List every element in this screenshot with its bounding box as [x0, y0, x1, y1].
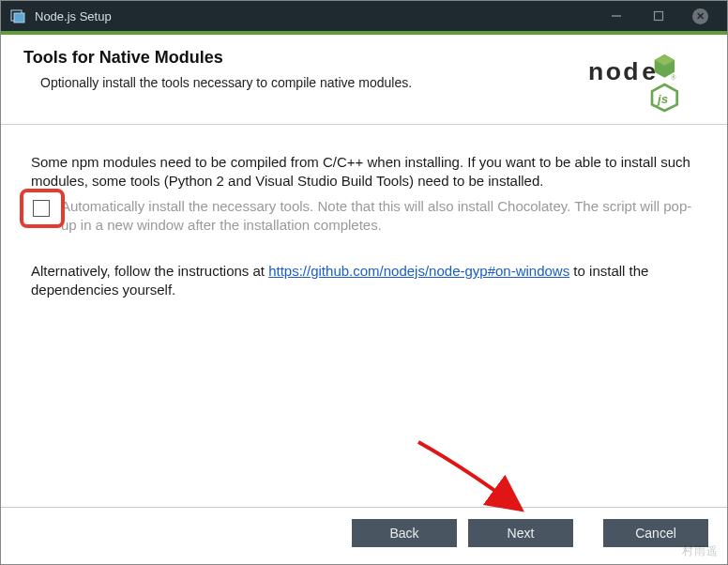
maximize-button[interactable] — [637, 3, 679, 29]
auto-install-option: Automatically install the necessary tool… — [31, 197, 697, 236]
footer: Back Next Cancel — [1, 507, 727, 564]
auto-install-label: Automatically install the necessary tool… — [61, 197, 697, 236]
svg-rect-3 — [654, 12, 662, 21]
nodejs-logo: n o d e ® js — [588, 48, 701, 114]
alt-prefix: Alternatively, follow the instructions a… — [31, 263, 268, 279]
svg-text:o: o — [606, 57, 621, 85]
svg-text:d: d — [623, 57, 638, 85]
svg-text:®: ® — [671, 73, 676, 82]
svg-text:e: e — [642, 57, 655, 85]
close-button[interactable]: ✕ — [679, 3, 721, 29]
intro-text: Some npm modules need to be compiled fro… — [31, 153, 697, 191]
cancel-button[interactable]: Cancel — [603, 519, 708, 547]
auto-install-checkbox[interactable] — [33, 200, 50, 217]
app-icon — [8, 7, 27, 25]
titlebar: Node.js Setup ✕ — [1, 1, 727, 31]
window-title: Node.js Setup — [35, 9, 595, 23]
minimize-button[interactable] — [595, 3, 637, 29]
svg-text:n: n — [588, 57, 603, 85]
back-button[interactable]: Back — [352, 519, 457, 547]
installer-window: Node.js Setup ✕ Tools for Native Modules… — [0, 0, 728, 565]
next-button[interactable]: Next — [468, 519, 573, 547]
alternative-text: Alternatively, follow the instructions a… — [31, 262, 697, 300]
header: Tools for Native Modules Optionally inst… — [1, 35, 727, 125]
svg-rect-1 — [14, 13, 24, 23]
node-gyp-link[interactable]: https://github.com/nodejs/node-gyp#on-wi… — [268, 263, 569, 279]
arrow-annotation — [404, 437, 536, 512]
content-area: Some npm modules need to be compiled fro… — [1, 125, 727, 507]
svg-text:js: js — [656, 92, 668, 106]
close-icon: ✕ — [692, 8, 708, 24]
